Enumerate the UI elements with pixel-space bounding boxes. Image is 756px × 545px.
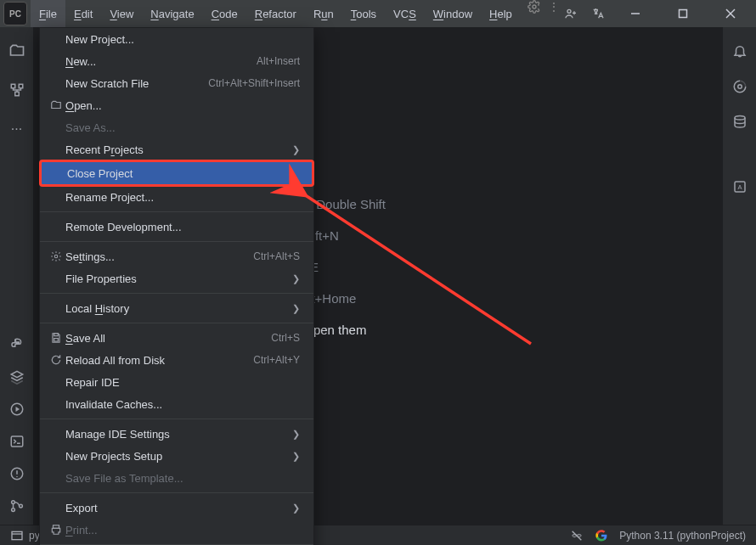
- menu-item-label: Save File as Template...: [65, 472, 183, 485]
- menu-item-shortcut: Ctrl+Alt+Shift+Insert: [208, 77, 300, 89]
- menu-item-label: Remote Development...: [65, 221, 182, 233]
- structure-icon[interactable]: [8, 81, 25, 98]
- menu-item-label: Rename Project...: [65, 191, 154, 204]
- svg-rect-5: [680, 10, 687, 18]
- database-icon[interactable]: [731, 114, 748, 131]
- menubar: File Edit View Navigate Code Refactor Ru…: [31, 0, 561, 27]
- chevron-right-icon: ❯: [292, 451, 300, 462]
- menu-run[interactable]: Run: [305, 0, 342, 27]
- menu-item[interactable]: Repair IDE: [40, 371, 313, 393]
- maximize-button[interactable]: [666, 0, 700, 27]
- version-control-icon[interactable]: [8, 497, 25, 514]
- menu-item-label: File Properties: [65, 272, 137, 285]
- menu-item-label: Manage IDE Settings: [65, 428, 170, 441]
- menu-item[interactable]: Close Project: [39, 160, 314, 187]
- services-icon[interactable]: [8, 401, 25, 418]
- ellipsis-icon[interactable]: ···: [8, 121, 25, 138]
- menu-item[interactable]: New Scratch FileCtrl+Alt+Shift+Insert: [40, 72, 313, 94]
- tool-window-toggle-icon[interactable]: [10, 529, 24, 542]
- menu-item-label: Settings...: [65, 250, 115, 263]
- menu-item-shortcut: Ctrl+Alt+Y: [253, 354, 300, 366]
- google-icon[interactable]: [595, 530, 607, 542]
- svg-point-17: [16, 476, 18, 478]
- chevron-right-icon: ❯: [292, 303, 300, 314]
- gear-icon[interactable]: [528, 0, 543, 15]
- svg-point-0: [533, 5, 536, 8]
- user-add-icon[interactable]: [564, 7, 578, 20]
- menu-item-label: Close Project: [67, 167, 133, 180]
- menu-item[interactable]: Recent Projects❯: [40, 138, 313, 160]
- menu-item: Print...: [40, 519, 313, 541]
- svg-point-11: [14, 340, 15, 341]
- notifications-icon[interactable]: [731, 42, 748, 59]
- menu-item-shortcut: Alt+Insert: [257, 55, 300, 67]
- menu-item[interactable]: Save AllCtrl+S: [40, 327, 313, 349]
- menu-file[interactable]: File: [31, 0, 65, 27]
- titlebar-controls: [564, 0, 756, 27]
- menu-navigate[interactable]: Navigate: [142, 0, 202, 27]
- menu-item-label: Export: [65, 502, 98, 514]
- menu-item[interactable]: Settings...Ctrl+Alt+S: [40, 245, 313, 267]
- close-button[interactable]: [714, 0, 748, 27]
- menu-window[interactable]: Window: [425, 0, 481, 27]
- problems-icon[interactable]: [8, 465, 25, 482]
- menu-item-label: Repair IDE: [65, 376, 120, 389]
- svg-point-1: [567, 9, 571, 13]
- python-console-icon[interactable]: [8, 336, 25, 353]
- menu-item[interactable]: Reload All from DiskCtrl+Alt+Y: [40, 349, 313, 371]
- menu-refactor[interactable]: Refactor: [246, 0, 305, 27]
- chevron-right-icon: ❯: [292, 144, 300, 155]
- menu-item-shortcut: Ctrl+S: [271, 332, 300, 344]
- menu-item[interactable]: Manage IDE Settings❯: [40, 423, 313, 445]
- ai-assistant-icon[interactable]: [731, 78, 748, 95]
- chevron-right-icon: ❯: [292, 429, 300, 440]
- more-icon[interactable]: ⋮: [548, 0, 561, 27]
- menu-item[interactable]: Remote Development...: [40, 216, 313, 238]
- menu-item: Save As...: [40, 116, 313, 138]
- chevron-right-icon: ❯: [292, 503, 300, 514]
- svg-point-20: [19, 504, 22, 508]
- save-icon: [48, 332, 64, 344]
- menu-item-label: New Scratch File: [65, 77, 149, 90]
- reload-icon: [48, 354, 64, 366]
- menu-item[interactable]: Invalidate Caches...: [40, 393, 313, 415]
- menu-item[interactable]: New Project...: [40, 28, 313, 50]
- menu-item[interactable]: Open...: [40, 94, 313, 116]
- scicview-icon[interactable]: A: [731, 178, 748, 195]
- menu-item-label: New Projects Setup: [65, 450, 162, 463]
- status-interpreter[interactable]: Python 3.11 (pythonProject): [619, 530, 746, 542]
- translate-icon[interactable]: [591, 7, 605, 20]
- menu-code[interactable]: Code: [203, 0, 246, 27]
- gear-icon: [48, 250, 64, 262]
- menu-item[interactable]: New Projects Setup❯: [40, 445, 313, 467]
- packages-icon[interactable]: [8, 368, 25, 385]
- menu-item[interactable]: Export❯: [40, 497, 313, 519]
- menu-view[interactable]: View: [101, 0, 142, 27]
- menu-help[interactable]: Help: [481, 0, 521, 27]
- print-icon: [48, 524, 64, 536]
- project-icon[interactable]: [8, 42, 25, 59]
- menu-item[interactable]: Rename Project...: [40, 186, 313, 208]
- reader-mode-icon[interactable]: [570, 529, 584, 542]
- menu-vcs[interactable]: VCS: [385, 0, 425, 27]
- svg-rect-10: [14, 92, 19, 96]
- menu-item-shortcut: Ctrl+Alt+S: [253, 250, 300, 262]
- svg-rect-30: [54, 339, 59, 342]
- minimize-button[interactable]: [618, 0, 652, 27]
- svg-point-19: [11, 508, 14, 512]
- menu-item-label: New Project...: [65, 33, 134, 46]
- menu-item-label: Save All: [65, 332, 105, 345]
- svg-point-22: [735, 116, 745, 121]
- right-tool-strip: A: [722, 27, 756, 525]
- svg-rect-29: [54, 334, 59, 336]
- menu-tools[interactable]: Tools: [342, 0, 385, 27]
- menu-item-label: Open...: [65, 99, 102, 112]
- menu-edit[interactable]: Edit: [65, 0, 101, 27]
- menu-item-label: Print...: [65, 524, 98, 537]
- menu-item[interactable]: New...Alt+Insert: [40, 50, 313, 72]
- menu-item-label: Save As...: [65, 121, 116, 134]
- menu-item[interactable]: File Properties❯: [40, 267, 313, 289]
- terminal-icon[interactable]: [8, 433, 25, 450]
- svg-marker-13: [15, 407, 20, 412]
- menu-item[interactable]: Local History❯: [40, 297, 313, 319]
